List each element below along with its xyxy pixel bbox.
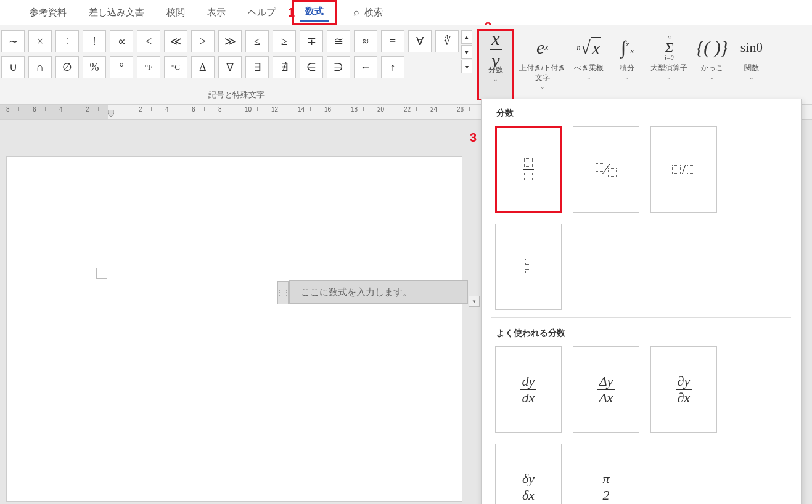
symbol-4[interactable]: ∝ xyxy=(110,30,133,52)
large-op-label: 大型演算子 xyxy=(650,63,687,73)
ruler-tick xyxy=(284,107,284,111)
equation-placeholder-box[interactable]: ⋮⋮ ここに数式を入力します。 ▼ xyxy=(289,280,468,304)
page[interactable]: ⋮⋮ ここに数式を入力します。 ▼ xyxy=(6,156,462,502)
symbol-22[interactable]: °F xyxy=(137,56,160,78)
ruler-tick xyxy=(390,107,390,111)
symbol-9[interactable]: ≤ xyxy=(245,30,269,52)
structure-bracket[interactable]: {( )} かっこ ⌄ xyxy=(692,29,731,100)
symbol-5[interactable]: < xyxy=(137,30,160,52)
structure-fraction[interactable]: xy 分数 ⌄ xyxy=(477,29,514,100)
equation-handle[interactable]: ⋮⋮ xyxy=(277,281,289,304)
menu-review[interactable]: 校閲 xyxy=(155,2,196,23)
fraction-skewed[interactable]: ⁄ xyxy=(573,126,639,213)
menu-references[interactable]: 参考資料 xyxy=(18,2,78,23)
symbol-3[interactable]: ! xyxy=(83,30,106,52)
large-op-icon: nΣi=0 xyxy=(665,31,674,63)
symbol-0[interactable]: ∼ xyxy=(1,30,25,52)
symbol-26[interactable]: ∃ xyxy=(245,56,269,78)
symbol-13[interactable]: ≈ xyxy=(354,30,377,52)
symbol-24[interactable]: ∆ xyxy=(191,56,215,78)
ruler-number: 2 xyxy=(86,106,89,113)
symbol-14[interactable]: ≡ xyxy=(381,30,404,52)
fraction-templates-grid: ⁄ / xyxy=(482,124,801,316)
menu-view[interactable]: 表示 xyxy=(196,2,237,23)
ruler-tick xyxy=(125,107,125,111)
structure-function[interactable]: sinθ 関数 ⌄ xyxy=(733,29,770,100)
ruler-tick xyxy=(18,107,19,111)
structure-radical[interactable]: n√x べき乗根 ⌄ xyxy=(570,29,607,100)
symbol-29[interactable]: ∋ xyxy=(327,56,350,78)
symbol-20[interactable]: % xyxy=(83,56,106,78)
menu-help[interactable]: ヘルプ xyxy=(237,2,287,23)
integral-icon: ∫x−x xyxy=(621,31,634,63)
structures-group: xy 分数 ⌄ ex 上付き/下付き 文字 ⌄ n√x べき乗根 ⌄ ∫x−x … xyxy=(475,25,812,104)
menu-mailings[interactable]: 差し込み文書 xyxy=(78,2,155,23)
symbol-31[interactable]: ↑ xyxy=(381,56,404,78)
symbol-25[interactable]: ∇ xyxy=(218,56,242,78)
search-box[interactable]: ⌕ 検索 xyxy=(353,7,383,18)
ruler-tick xyxy=(416,107,417,111)
menu-equation[interactable]: 数式 xyxy=(300,3,329,22)
ruler-number: 6 xyxy=(192,106,195,113)
common-fraction-dy-dx[interactable]: dydx xyxy=(495,346,562,433)
common-fractions-grid: dydxΔyΔx∂y∂xδyδxπ2 xyxy=(482,344,801,504)
symbol-11[interactable]: ∓ xyxy=(300,30,323,52)
ruler-number: 2 xyxy=(139,106,142,113)
structure-large-operator[interactable]: nΣi=0 大型演算子 ⌄ xyxy=(647,29,691,100)
symbol-12[interactable]: ≅ xyxy=(327,30,350,52)
chevron-down-icon: ⌄ xyxy=(749,75,754,81)
symbol-23[interactable]: °C xyxy=(164,56,187,78)
ribbon: ∼×÷!∝<≪>≫≤≥∓≅≈≡∀∜∪∩∅%°°F°C∆∇∃∄∈∋←↑ ▲ ▼ ▾… xyxy=(0,25,812,105)
ruler-number: 12 xyxy=(271,106,278,113)
symbol-1[interactable]: × xyxy=(28,30,52,52)
fraction-stacked[interactable] xyxy=(495,126,562,213)
symbol-scroll-down[interactable]: ▼ xyxy=(461,45,472,59)
bracket-label: かっこ xyxy=(701,63,723,73)
ruler-tick xyxy=(45,107,46,111)
symbol-7[interactable]: > xyxy=(191,30,215,52)
symbol-15[interactable]: ∀ xyxy=(408,30,432,52)
symbol-17[interactable]: ∪ xyxy=(1,56,25,78)
divider xyxy=(491,317,791,318)
equation-placeholder-text: ここに数式を入力します。 xyxy=(301,287,412,298)
fraction-small[interactable] xyxy=(495,224,562,310)
ruler-tick xyxy=(443,107,443,111)
symbol-scroll-more[interactable]: ▾ xyxy=(461,60,472,73)
symbol-28[interactable]: ∈ xyxy=(300,56,323,78)
common-fraction-partialy-partialx[interactable]: ∂y∂x xyxy=(650,346,717,433)
symbol-10[interactable]: ≥ xyxy=(273,30,296,52)
common-fraction-deltasy-deltasx[interactable]: δyδx xyxy=(495,444,562,504)
common-fraction-deltay-deltax[interactable]: ΔyΔx xyxy=(573,346,639,433)
search-icon: ⌕ xyxy=(353,7,359,18)
radical-icon: n√x xyxy=(576,31,601,63)
ruler-number: 22 xyxy=(404,106,411,113)
ruler-number: 4 xyxy=(165,106,169,113)
common-fraction-pi-2[interactable]: π2 xyxy=(573,444,639,504)
chevron-down-icon: ⌄ xyxy=(625,75,630,81)
structure-integral[interactable]: ∫x−x 積分 ⌄ xyxy=(609,29,646,100)
indent-marker-icon[interactable] xyxy=(108,110,114,117)
ruler-number: 6 xyxy=(33,106,36,113)
symbol-8[interactable]: ≫ xyxy=(218,30,242,52)
fraction-linear[interactable]: / xyxy=(650,126,717,213)
menu-equation-highlight: 数式 xyxy=(292,0,337,25)
symbol-scroll-up[interactable]: ▲ xyxy=(461,30,472,44)
menu-bar: 参考資料 差し込み文書 校閲 表示 ヘルプ 1 数式 ⌕ 検索 2 xyxy=(0,0,812,25)
structure-script[interactable]: ex 上付き/下付き 文字 ⌄ xyxy=(515,29,569,100)
script-icon: ex xyxy=(536,31,549,63)
callout-3: 3 xyxy=(470,131,477,145)
margin-corner-icon xyxy=(96,268,107,279)
symbol-19[interactable]: ∅ xyxy=(55,56,79,78)
symbol-6[interactable]: ≪ xyxy=(164,30,187,52)
chevron-down-icon: ⌄ xyxy=(493,76,498,83)
equation-dropdown-icon[interactable]: ▼ xyxy=(469,296,480,307)
symbol-30[interactable]: ← xyxy=(354,56,377,78)
symbol-18[interactable]: ∩ xyxy=(28,56,52,78)
ruler-number: 24 xyxy=(430,106,437,113)
chevron-down-icon: ⌄ xyxy=(710,75,715,81)
symbol-27[interactable]: ∄ xyxy=(273,56,296,78)
ruler-number: 26 xyxy=(457,106,464,113)
symbol-2[interactable]: ÷ xyxy=(55,30,79,52)
symbol-21[interactable]: ° xyxy=(110,56,133,78)
symbol-16[interactable]: ∜ xyxy=(435,30,459,52)
